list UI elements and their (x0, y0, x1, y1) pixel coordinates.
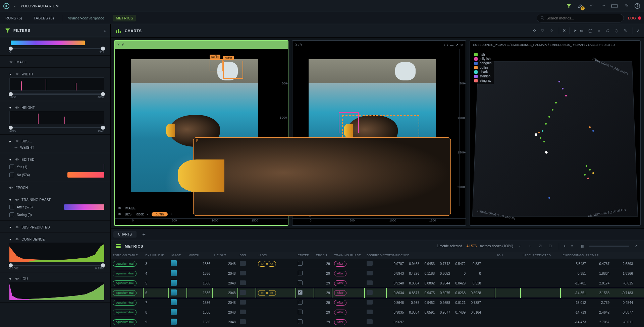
svg-rect-14 (120, 31, 121, 32)
width-slider[interactable] (9, 93, 104, 95)
page-prev-icon[interactable]: ‹ (517, 243, 523, 250)
dotted-circle-icon[interactable]: ◌ (613, 27, 620, 34)
tab-tables[interactable]: TABLES (8) (31, 15, 57, 21)
table-row[interactable]: aquarium-trai 5 1536 2048 puffin 29 Afte… (111, 278, 644, 288)
ruler-horizontal: 0 500 1000 1500 (292, 218, 466, 225)
filter-weight-label: WEIGHT (20, 146, 34, 149)
poly-icon[interactable]: ⬠ (604, 27, 611, 34)
table-row[interactable]: aquarium-trai 6 1536 2048 ⬭ ⬭ 29 After 0… (111, 288, 644, 298)
checkbox-during[interactable] (9, 212, 14, 217)
filter-bbspred-label: BBS PREDICTED (21, 225, 50, 229)
circle-icon[interactable]: ○ (596, 27, 602, 34)
svg-rect-15 (116, 244, 121, 245)
caret-down-icon[interactable]: ▾ (9, 238, 13, 241)
tab-runs[interactable]: RUNS (5) (3, 15, 25, 21)
settings-icon[interactable]: ✧ (559, 243, 566, 250)
eye-icon[interactable]: 👁 (15, 225, 19, 229)
grid-view-icon[interactable]: ▦ (579, 243, 586, 250)
expand-icon[interactable]: ⤢ (633, 27, 639, 34)
eye-icon[interactable]: 👁 (15, 238, 19, 241)
range-slider[interactable] (9, 48, 104, 49)
filter-edited-label: EDITED (21, 158, 34, 161)
list-view-icon[interactable]: ≡ (569, 243, 576, 250)
expand-metrics-icon[interactable]: ⤢ (633, 243, 639, 250)
caret-down-icon[interactable]: ▾ (9, 72, 13, 76)
eye-icon[interactable]: 👁 (9, 60, 13, 64)
metrics-title: METRICS (125, 244, 143, 248)
svg-line-7 (543, 18, 544, 19)
undo-icon[interactable]: ↶ (588, 2, 596, 10)
breadcrumb-pipeline[interactable]: heather-convergence (63, 15, 107, 21)
table-row[interactable]: aquarium-trai 9 1536 2048 puffin 29 Afte… (111, 317, 644, 327)
back-arrow-icon[interactable]: ← (13, 4, 17, 8)
cursor-icon[interactable]: ➤ (570, 27, 576, 34)
search-input[interactable] (546, 16, 620, 20)
filter-height-label: HEIGHT (21, 106, 35, 110)
deselect-icon[interactable]: ☐ (547, 243, 553, 250)
svg-point-5 (637, 4, 638, 5)
collapse-sidebar-icon[interactable]: « (104, 28, 106, 32)
table-row[interactable]: aquarium-trai 4 1536 2048 puffin 29 Afte… (111, 269, 644, 278)
page-next-icon[interactable]: › (527, 243, 533, 250)
next-arrow-icon[interactable]: › (171, 212, 172, 216)
panel-maximize-icon[interactable]: ⤢ (455, 43, 458, 47)
eye-icon[interactable]: 👁 (15, 106, 19, 110)
log-button[interactable]: LOG (628, 16, 641, 20)
caret-down-icon[interactable]: ▾ (9, 198, 13, 202)
status-pre: 1 metric selected. (437, 244, 463, 248)
eye-icon[interactable]: 👁 (15, 139, 19, 143)
search-metrics[interactable] (537, 14, 624, 22)
filter-iou-label: IOU (21, 277, 28, 281)
pen-icon[interactable]: ✎ (622, 27, 629, 34)
ruler-horizontal: 0 500 1000 1500 (115, 218, 288, 225)
info-icon[interactable] (633, 2, 641, 10)
caret-down-icon[interactable]: ▾ (9, 225, 13, 229)
select-all-icon[interactable]: ☑ (537, 243, 543, 250)
rect-select-icon[interactable]: ▭ (578, 27, 585, 34)
refresh-icon[interactable]: ⟲ (531, 27, 537, 34)
table-row[interactable]: aquarium-trai 8 1536 2048 puffin 29 Afte… (111, 308, 644, 317)
confidence-slider[interactable] (9, 265, 104, 266)
eye-icon[interactable]: 👁 (15, 277, 19, 281)
caret-down-icon[interactable]: ▾ (9, 277, 13, 281)
panel-next-icon[interactable]: › (447, 43, 448, 47)
filter-header-icon[interactable] (565, 2, 573, 10)
keyboard-icon[interactable] (610, 2, 619, 10)
eye-icon[interactable]: 👁 (118, 212, 121, 216)
caret-down-icon[interactable]: ▾ (9, 158, 13, 161)
table-row[interactable]: aquarium-trai 3 1536 2048 ⬭ ⬭ 29 After 0… (111, 259, 644, 269)
table-row[interactable]: aquarium-trai 7 1536 2048 puffin puffin … (111, 298, 644, 308)
table-icon (115, 243, 121, 249)
svg-rect-12 (116, 30, 117, 33)
checkbox-no[interactable] (9, 173, 14, 177)
eye-icon[interactable]: 👁 (9, 186, 13, 190)
embedding-scatter[interactable]: fish jellyfish penguin puffin shark star… (470, 49, 640, 225)
lasso-icon[interactable]: ◯ (587, 27, 594, 34)
caret-down-icon[interactable]: ▾ (9, 106, 13, 110)
tab-metrics[interactable]: METRICS (113, 15, 136, 21)
add-chart-tab-icon[interactable]: ＋ (139, 231, 149, 238)
eye-icon[interactable]: 👁 (15, 198, 19, 202)
tool-icon[interactable] (622, 2, 630, 10)
chart-tab-charts[interactable]: CHARTS (113, 231, 137, 238)
caret-right-icon[interactable]: ▸ (9, 139, 13, 143)
eye-icon[interactable]: 👁 (15, 72, 19, 76)
prev-arrow-icon[interactable]: ‹ (147, 212, 148, 216)
edit-icon[interactable]: 1 (576, 2, 584, 10)
panel2-title: X / Y (295, 43, 303, 47)
checkbox-after[interactable] (9, 205, 14, 209)
wand-icon[interactable]: ✧ (548, 27, 555, 34)
eye-icon[interactable]: 👁 (15, 158, 19, 161)
label-chip[interactable]: puffin (152, 212, 168, 216)
panel-minimize-icon[interactable]: — (450, 43, 453, 47)
panel-close-icon[interactable]: ✕ (460, 43, 463, 47)
search-icon (540, 16, 544, 20)
table-header-row: FOREIGN TABLE EXAMPLE ID IMAGE WIDTH HEI… (111, 252, 644, 259)
heart-icon[interactable]: ♡ (539, 27, 546, 34)
eye-icon[interactable]: 👁 (118, 206, 121, 210)
delete-panel-icon[interactable]: ✖ (559, 27, 566, 34)
checkbox-yes[interactable] (9, 165, 14, 169)
redo-icon[interactable]: ↷ (599, 2, 607, 10)
height-slider[interactable] (9, 127, 104, 128)
panel-prev-icon[interactable]: ‹ (444, 43, 445, 47)
